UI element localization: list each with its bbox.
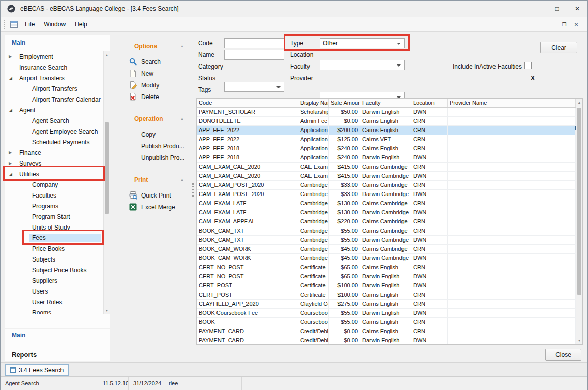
table-row[interactable]: BOOK_CAM_WORKCambridge$45.00Darwin Cambr… <box>197 254 576 263</box>
sidebar-item-scheduled-payments[interactable]: Scheduled Payments <box>5 137 103 147</box>
collapse-up-icon[interactable]: ▲ <box>180 175 184 185</box>
column-header-provider-name[interactable]: Provider Name <box>448 99 576 107</box>
mdi-restore-button[interactable]: ❐ <box>559 20 569 29</box>
mdi-close-button[interactable]: ✕ <box>571 20 581 29</box>
column-header-code[interactable]: Code <box>197 99 298 107</box>
column-header-sale-amount[interactable]: Sale Amount <box>329 99 360 107</box>
panel-splitter[interactable] <box>193 37 193 360</box>
name-input[interactable] <box>224 50 284 60</box>
close-button[interactable]: Close <box>545 349 581 361</box>
table-row[interactable]: CAM_EXAM_POST_2020Cambridge$33.00Cairns … <box>197 181 576 190</box>
sidebar-item-airport-transfers[interactable]: Airport Transfers <box>5 83 103 94</box>
scrollbar-thumb[interactable] <box>105 122 109 214</box>
scrollbar-thumb[interactable] <box>577 108 581 295</box>
expand-arrow-icon[interactable]: ◢ <box>9 108 16 113</box>
ribbon-group-header-options[interactable]: Options▲ <box>121 41 191 51</box>
ribbon-group-header-operation[interactable]: Operation▲ <box>121 114 191 124</box>
table-row[interactable]: CERT_POSTCertificate$100.00Cairns Englis… <box>197 290 576 300</box>
type-select[interactable]: Other <box>320 38 405 48</box>
sidebar-item-surveys[interactable]: ▶Surveys <box>5 158 103 169</box>
sidebar-section-main[interactable]: Main <box>5 328 110 341</box>
table-row[interactable]: CERT_NO_POSTCertificate$65.00Cairns Engl… <box>197 263 576 272</box>
sidebar-item-suppliers[interactable]: Suppliers <box>5 275 103 286</box>
sidebar-item-units-of-study[interactable]: Units of Study <box>5 222 103 233</box>
collapse-arrow-icon[interactable]: ▶ <box>9 150 16 155</box>
toolbar-grip[interactable] <box>4 20 6 29</box>
table-row[interactable]: BOOKCoursebool$55.00Cairns EnglishCRN <box>197 318 576 327</box>
table-row[interactable]: PAYMENT_CARDCredit/Debi$0.00Darwin Engli… <box>197 336 576 344</box>
minimize-button[interactable]: — <box>527 1 547 17</box>
table-row[interactable]: PAYMENT_SCHOLARScholarship$50.00Darwin E… <box>197 108 576 117</box>
sidebar-item-agent[interactable]: ◢Agent <box>5 105 103 115</box>
ribbon-item-delete[interactable]: Delete <box>121 91 191 103</box>
mdi-minimize-button[interactable]: — <box>547 20 557 29</box>
sidebar-item-employment[interactable]: ▶Employment <box>5 51 103 62</box>
sidebar-item-finance[interactable]: ▶Finance <box>5 147 103 158</box>
expand-arrow-icon[interactable]: ◢ <box>9 172 16 177</box>
sidebar-item-insurance-search[interactable]: Insurance Search <box>5 62 103 73</box>
include-inactive-checkbox[interactable] <box>524 62 532 69</box>
table-row[interactable]: BOOK_CAM_TXTCambridge$55.00Cairns Cambri… <box>197 226 576 236</box>
ribbon-group-header-print[interactable]: Print▲ <box>121 175 191 185</box>
table-row[interactable]: BOOK Coursebook FeeCoursebool$55.00Darwi… <box>197 309 576 318</box>
column-header-location[interactable]: Location <box>411 99 448 107</box>
table-row[interactable]: APP_FEE_2022Application$200.00Cairns Eng… <box>197 126 576 135</box>
table-row[interactable]: DONOTDELETEAdmin Fee$0.00Cairns EnglishC… <box>197 117 576 126</box>
ribbon-item-search[interactable]: Search <box>121 56 191 68</box>
sidebar-item-fees[interactable]: Fees <box>5 233 103 243</box>
sidebar-item-company[interactable]: Company <box>5 179 103 190</box>
table-row[interactable]: PAYMENT_CARDCredit/Debi$0.00Cairns Engli… <box>197 327 576 336</box>
ribbon-item-publish-produ[interactable]: Publish Produ... <box>121 140 191 152</box>
sidebar-item-subjects[interactable]: Subjects <box>5 254 103 265</box>
sidebar-item-users[interactable]: Users <box>5 286 103 297</box>
close-button[interactable]: ✕ <box>567 1 587 17</box>
sidebar-item-rooms[interactable]: Rooms <box>5 307 103 314</box>
code-input[interactable] <box>224 38 284 48</box>
table-row[interactable]: BOOK_CAM_TXTCambridge$55.00Darwin Cambri… <box>197 236 576 245</box>
location-select[interactable] <box>320 60 405 70</box>
sidebar-item-agent-search[interactable]: Agent Search <box>5 115 103 126</box>
ribbon-item-new[interactable]: New <box>121 68 191 79</box>
column-header-faculty[interactable]: Faculty <box>360 99 411 107</box>
table-row[interactable]: CAM_EXAM_CAE_2020CAE Exam I$415.00Darwin… <box>197 172 576 181</box>
table-row[interactable]: CLAYFIELD_APP_2020Clayfield Co$275.00Cai… <box>197 300 576 309</box>
tab-fees-search[interactable]: 3.4 Fees Search <box>5 364 69 376</box>
table-row[interactable]: CAM_EXAM_CAE_2020CAE Exam I$415.00Cairns… <box>197 162 576 172</box>
table-row[interactable]: APP_FEE_2022Application$125.00Cairns VET… <box>197 135 576 144</box>
grid-scrollbar[interactable] <box>576 99 582 344</box>
collapse-up-icon[interactable]: ▲ <box>180 114 184 124</box>
sidebar-item-airport-transfers[interactable]: ◢Airport Transfers <box>5 73 103 83</box>
sidebar-section-reports[interactable]: Reports <box>5 348 110 361</box>
sidebar-item-utilities[interactable]: ◢Utilities <box>5 169 103 179</box>
ribbon-item-modify[interactable]: Modify <box>121 79 191 91</box>
scroll-down-icon[interactable] <box>576 337 582 344</box>
menu-window[interactable]: Window <box>39 21 70 28</box>
sidebar-item-programs[interactable]: Programs <box>5 201 103 211</box>
sidebar-item-faculties[interactable]: Faculties <box>5 190 103 201</box>
table-row[interactable]: CERT_POSTCertificate$100.00Darwin Englis… <box>197 281 576 290</box>
column-header-display-nar[interactable]: Display Nar <box>298 99 329 107</box>
menu-file[interactable]: File <box>20 21 39 28</box>
table-row[interactable]: APP_FEE_2018Application$240.00Darwin Eng… <box>197 153 576 162</box>
collapse-arrow-icon[interactable]: ▶ <box>9 161 16 166</box>
scroll-down-icon[interactable] <box>104 307 110 314</box>
table-row[interactable]: CAM_EXAM_LATECambridge$130.00Cairns Camb… <box>197 199 576 208</box>
provider-clear-button[interactable]: X <box>531 75 535 82</box>
sidebar-item-subject-price-books[interactable]: Subject Price Books <box>5 265 103 275</box>
ribbon-item-copy[interactable]: Copy <box>121 128 191 140</box>
ribbon-item-excel-merge[interactable]: Excel Merge <box>121 201 191 213</box>
table-row[interactable]: CAM_EXAM_LATECambridge$130.00Darwin Camb… <box>197 208 576 217</box>
scroll-up-icon[interactable] <box>104 52 110 58</box>
sidebar-scrollbar[interactable] <box>103 51 110 314</box>
table-row[interactable]: BOOK_CAM_WORKCambridge$45.00Cairns Cambr… <box>197 245 576 254</box>
sidebar-item-program-start[interactable]: Program Start <box>5 211 103 222</box>
collapse-arrow-icon[interactable]: ▶ <box>9 54 16 59</box>
menu-help[interactable]: Help <box>70 21 92 28</box>
sidebar-item-agent-employee-search[interactable]: Agent Employee Search <box>5 126 103 137</box>
collapse-up-icon[interactable]: ▲ <box>180 41 184 51</box>
table-row[interactable]: CERT_NO_POSTCertificate$65.00Darwin Engl… <box>197 272 576 281</box>
clear-button[interactable]: Clear <box>540 42 577 53</box>
ribbon-item-unpublish-pro[interactable]: Unpublish Pro... <box>121 152 191 164</box>
expand-arrow-icon[interactable]: ◢ <box>9 76 16 81</box>
sidebar-item-user-roles[interactable]: User Roles <box>5 297 103 307</box>
